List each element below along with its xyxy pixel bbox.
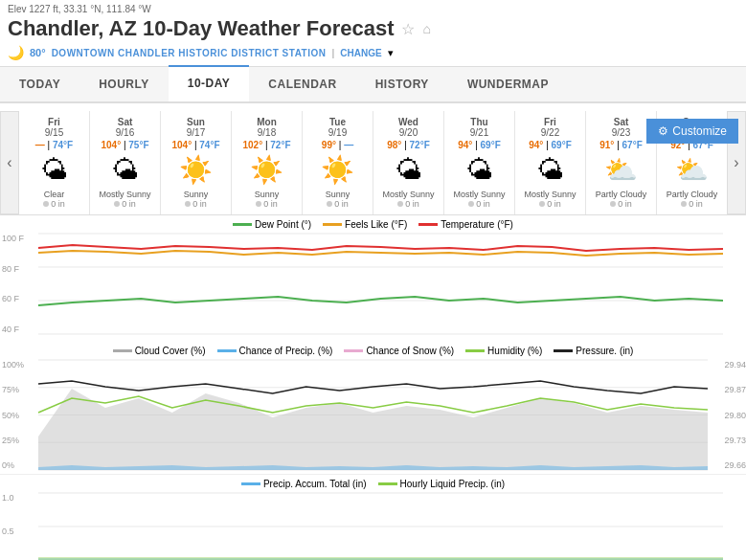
legend-label: Chance of Snow (%)	[366, 346, 454, 356]
precip-dot	[610, 201, 616, 207]
tab-10-day[interactable]: 10-DAY	[169, 65, 250, 101]
day-column[interactable]: Thu 9/21 94° | 69°F 🌤 Mostly Sunny 0 in	[444, 111, 515, 214]
legend-color	[217, 349, 237, 352]
day-column[interactable]: Mon 9/18 102° | 72°F ☀️ Sunny 0 in	[232, 111, 303, 214]
legend-item: Temperature (°F)	[418, 219, 513, 230]
legend-item: Chance of Precip. (%)	[217, 346, 333, 356]
day-description: Clear	[21, 190, 87, 199]
precip-dot	[539, 201, 545, 207]
precip-dot	[256, 201, 261, 207]
weather-icon: ⛅	[659, 154, 725, 186]
day-description: Sunny	[234, 190, 300, 199]
legend-label: Dew Point (°)	[255, 219, 311, 230]
tab-calendar[interactable]: CALENDAR	[249, 67, 355, 101]
precip-dot	[397, 201, 403, 207]
day-description: Mostly Sunny	[92, 190, 158, 199]
day-name: Sat	[92, 117, 158, 127]
weather-icon: 🌤	[21, 154, 87, 186]
elevation-info: Elev 1227 ft, 33.31 °N, 111.84 °W	[8, 4, 738, 14]
legend-color	[554, 349, 573, 352]
day-temp: — | 74°F	[21, 140, 87, 150]
day-temp: 94° | 69°F	[517, 140, 583, 150]
day-name: Wed	[375, 117, 441, 127]
legend-item: Chance of Snow (%)	[344, 346, 454, 356]
day-temp: 91° | 67°F	[588, 140, 654, 150]
customize-button[interactable]: ⚙ Customize	[646, 119, 738, 144]
day-name: Fri	[517, 117, 583, 127]
precip-dot	[327, 201, 332, 207]
legend-item: Hourly Liquid Precip. (in)	[378, 479, 506, 489]
precipitation: 0 in	[21, 199, 87, 209]
legend-label: Temperature (°F)	[441, 219, 513, 230]
day-name: Mon	[234, 117, 300, 127]
home-icon[interactable]: ⌂	[422, 21, 430, 36]
tab-hourly[interactable]: HOURLY	[79, 67, 169, 101]
day-description: Mostly Sunny	[446, 190, 512, 199]
precip-dot	[185, 201, 191, 207]
legend-item: Cloud Cover (%)	[113, 346, 206, 356]
day-description: Partly Cloudy	[659, 190, 725, 199]
day-column[interactable]: Fri 9/22 94° | 69°F 🌤 Mostly Sunny 0 in	[515, 111, 586, 214]
day-column[interactable]: Sun 9/17 104° | 74°F ☀️ Sunny 0 in	[161, 111, 232, 214]
precipitation: 0 in	[305, 199, 371, 209]
day-name: Sun	[163, 117, 229, 127]
svg-marker-9	[38, 389, 708, 470]
tab-today[interactable]: TODAY	[0, 67, 79, 101]
day-name: Tue	[305, 117, 371, 127]
day-temp: 102° | 72°F	[234, 140, 300, 150]
gear-icon: ⚙	[658, 124, 668, 138]
top-bar: Elev 1227 ft, 33.31 °N, 111.84 °W Chandl…	[0, 0, 746, 67]
legend-color	[241, 482, 260, 485]
legend-item: Precip. Accum. Total (in)	[241, 479, 367, 489]
change-link[interactable]: CHANGE	[340, 48, 381, 58]
day-date: 9/21	[446, 127, 512, 138]
day-column[interactable]: Tue 9/19 99° | — ☀️ Sunny 0 in	[303, 111, 373, 214]
day-temp: 99° | —	[305, 140, 371, 150]
day-date: 9/19	[305, 127, 371, 138]
precipitation: 0 in	[163, 199, 229, 209]
legend-label: Pressure. (in)	[576, 346, 633, 356]
prev-arrow[interactable]: ‹	[0, 111, 19, 214]
tab-history[interactable]: HISTORY	[356, 67, 448, 101]
customize-label: Customize	[672, 124, 727, 138]
precipitation: 0 in	[375, 199, 441, 209]
legend-item: Humidity (%)	[465, 346, 542, 356]
legend-item: Feels Like (°F)	[323, 219, 407, 230]
current-temp: 80°	[30, 47, 46, 58]
legend-item: Dew Point (°)	[233, 219, 311, 230]
precip-dot	[114, 201, 120, 207]
day-description: Mostly Sunny	[517, 190, 583, 199]
precip-dot	[468, 201, 474, 207]
legend-color	[344, 349, 363, 352]
day-description: Sunny	[305, 190, 371, 199]
day-temp: 104° | 74°F	[163, 140, 229, 150]
precip-dot	[681, 201, 687, 207]
forecast-section: ⚙ Customize ‹ Fri 9/15 — | 74°F 🌤 Clear …	[0, 111, 746, 214]
day-description: Sunny	[163, 190, 229, 199]
day-column[interactable]: Wed 9/20 98° | 72°F 🌤 Mostly Sunny 0 in	[373, 111, 444, 214]
legend-label: Humidity (%)	[487, 346, 542, 356]
day-date: 9/22	[517, 127, 583, 138]
day-temp: 104° | 75°F	[92, 140, 158, 150]
day-date: 9/15	[21, 127, 87, 138]
nav-tabs-container: TODAYHOURLY10-DAYCALENDARHISTORYWUNDERMA…	[0, 67, 746, 103]
precipitation: 0 in	[446, 199, 512, 209]
day-name: Sat	[588, 117, 654, 127]
day-column[interactable]: Sat 9/16 104° | 75°F 🌤 Mostly Sunny 0 in	[90, 111, 161, 214]
weather-icon: 🌤	[517, 154, 583, 186]
legend-label: Precip. Accum. Total (in)	[263, 479, 367, 489]
tab-wundermap[interactable]: WUNDERMAP	[448, 67, 568, 101]
weather-icon: 🌤	[446, 154, 512, 186]
precipitation: 0 in	[234, 199, 300, 209]
moon-icon: 🌙	[8, 45, 24, 60]
star-icon[interactable]: ☆	[401, 20, 415, 38]
precip-dot	[43, 201, 49, 207]
legend-label: Chance of Precip. (%)	[239, 346, 333, 356]
day-description: Mostly Sunny	[375, 190, 441, 199]
precipitation: 0 in	[588, 199, 654, 209]
day-date: 9/18	[234, 127, 300, 138]
day-date: 9/23	[588, 127, 654, 138]
legend-color	[323, 223, 342, 226]
legend-color	[418, 223, 438, 226]
day-column[interactable]: Fri 9/15 — | 74°F 🌤 Clear 0 in	[19, 111, 90, 214]
